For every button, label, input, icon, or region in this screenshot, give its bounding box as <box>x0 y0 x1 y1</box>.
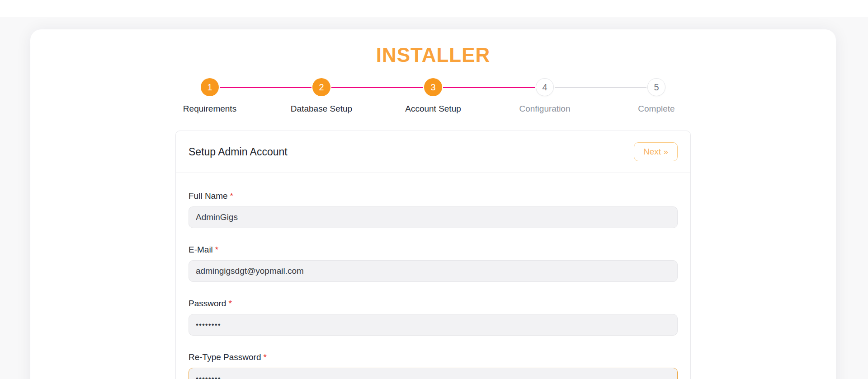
step-account-setup: 3 Account Setup <box>377 78 489 114</box>
panel-header: Setup Admin Account Next » <box>176 131 690 173</box>
step-3-circle: 3 <box>424 78 442 96</box>
step-4-label: Configuration <box>519 104 570 114</box>
required-asterisk: * <box>264 352 267 362</box>
step-1-label: Requirements <box>183 104 236 114</box>
step-complete: 5 Complete <box>601 78 712 114</box>
email-field: E-Mail* <box>189 245 678 282</box>
required-asterisk: * <box>230 191 233 201</box>
full-name-field: Full Name* <box>189 191 678 228</box>
step-5-label: Complete <box>638 104 675 114</box>
full-name-input[interactable] <box>189 206 678 228</box>
step-1-circle: 1 <box>201 78 219 96</box>
panel-title: Setup Admin Account <box>189 146 288 158</box>
password-input[interactable] <box>189 314 678 336</box>
step-requirements: 1 Requirements <box>154 78 266 114</box>
retype-password-field: Re-Type Password* <box>189 352 678 379</box>
step-database-setup: 2 Database Setup <box>266 78 377 114</box>
installer-stepper: 1 Requirements 2 Database Setup 3 Accoun… <box>154 78 712 114</box>
password-label: Password* <box>189 299 678 309</box>
step-configuration: 4 Configuration <box>489 78 601 114</box>
required-asterisk: * <box>215 245 218 254</box>
email-input[interactable] <box>189 260 678 282</box>
page-title: INSTALLER <box>30 44 836 66</box>
setup-admin-account-panel: Setup Admin Account Next » Full Name* E-… <box>175 131 691 379</box>
step-2-label: Database Setup <box>291 104 352 114</box>
password-field: Password* <box>189 299 678 336</box>
installer-card: INSTALLER 1 Requirements 2 Database Setu… <box>30 29 836 379</box>
email-label: E-Mail* <box>189 245 678 255</box>
retype-password-input[interactable] <box>189 368 678 379</box>
full-name-label: Full Name* <box>189 191 678 201</box>
step-4-circle: 4 <box>536 78 554 96</box>
next-button[interactable]: Next » <box>634 142 678 161</box>
step-2-circle: 2 <box>312 78 330 96</box>
panel-body: Full Name* E-Mail* Password* Re-Type Pas… <box>176 173 690 379</box>
required-asterisk: * <box>228 299 231 308</box>
step-5-circle: 5 <box>647 78 665 96</box>
retype-password-label: Re-Type Password* <box>189 352 678 362</box>
step-3-label: Account Setup <box>405 104 461 114</box>
